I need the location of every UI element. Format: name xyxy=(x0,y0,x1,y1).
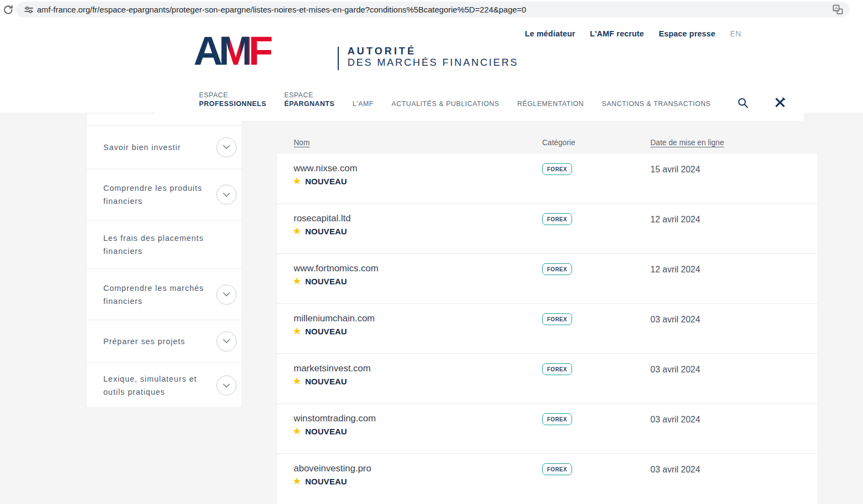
brand-line2: DES MARCHÉS FINANCIERS xyxy=(347,57,518,68)
svg-text:A: A xyxy=(835,5,838,11)
chevron-down-icon[interactable] xyxy=(216,137,237,157)
sidebar-top-sliver xyxy=(87,114,241,126)
sidebar-item[interactable]: Savoir bien investir xyxy=(87,126,241,169)
chevron-down-icon[interactable] xyxy=(216,284,237,304)
category-badge: FOREX xyxy=(542,413,572,425)
main-nav: ESPACE PROFESSIONNELS ESPACE ÉPARGNANTS … xyxy=(199,91,787,109)
sidebar-item[interactable]: Lexique, simulateurs et outils pratiques xyxy=(87,363,241,407)
top-link[interactable]: Le médiateur xyxy=(525,29,575,38)
row-date: 12 avril 2024 xyxy=(650,215,700,225)
sidebar-item[interactable]: Comprendre les marchés financiers xyxy=(87,269,241,320)
blacklist-table: www.nixse.com ★ NOUVEAU FOREX 15 avril 2… xyxy=(277,154,817,504)
star-icon: ★ xyxy=(293,226,301,236)
star-icon: ★ xyxy=(293,476,301,486)
chevron-down-icon[interactable] xyxy=(216,331,237,351)
row-site-name: www.fortnomics.com xyxy=(294,263,378,274)
table-row: marketsinvest.com ★ NOUVEAU FOREX 03 avr… xyxy=(277,354,817,404)
nav-item-label: RÉGLEMENTATION xyxy=(517,100,584,108)
row-date: 03 avril 2024 xyxy=(650,465,700,475)
sidebar-item[interactable]: Préparer ses projets xyxy=(87,320,241,363)
browser-bar: amf-france.org/fr/espace-epargnants/prot… xyxy=(0,0,863,19)
top-link[interactable]: L'AMF recrute xyxy=(590,29,644,38)
nav-item-eyebrow: ESPACE xyxy=(284,91,335,99)
new-label: NOUVEAU xyxy=(305,277,347,286)
amf-logo-letters: AMMMF xyxy=(194,31,269,71)
tools-icon[interactable] xyxy=(774,96,787,109)
search-icon[interactable] xyxy=(736,96,749,109)
nav-item-sanctions-transactions[interactable]: SANCTIONS & TRANSACTIONS xyxy=(602,100,711,109)
chevron-down-icon[interactable] xyxy=(216,185,237,205)
category-badge: FOREX xyxy=(542,313,572,325)
top-links: Le médiateur L'AMF recrute Espace presse… xyxy=(525,29,741,38)
table-row: aboveinvesting.pro ★ NOUVEAU FOREX 03 av… xyxy=(277,454,817,504)
new-label: NOUVEAU xyxy=(305,377,347,386)
nav-item-eyebrow: ESPACE xyxy=(199,91,266,99)
new-label: NOUVEAU xyxy=(305,227,347,236)
reload-icon[interactable] xyxy=(2,4,14,16)
nav-item-actualit-s-publications[interactable]: ACTUALITÉS & PUBLICATIONS xyxy=(392,100,499,109)
nav-item-l-amf[interactable]: L'AMF xyxy=(352,100,374,109)
sidebar-item-label: Lexique, simulateurs et outils pratiques xyxy=(103,372,208,399)
content-area: Savoir bien investir Comprendre les prod… xyxy=(0,113,863,504)
sidebar-item[interactable]: Les frais des placements financiers xyxy=(87,221,241,269)
new-label: NOUVEAU xyxy=(305,427,347,436)
category-badge: FOREX xyxy=(542,463,572,475)
row-new-flag: ★ NOUVEAU xyxy=(293,276,347,286)
nav-item-label: SANCTIONS & TRANSACTIONS xyxy=(602,100,711,108)
category-badge: FOREX xyxy=(542,363,572,375)
nav-item-professionnels[interactable]: ESPACE PROFESSIONNELS xyxy=(199,91,266,109)
table-row: rosecapital.ltd ★ NOUVEAU FOREX 12 avril… xyxy=(277,204,817,254)
sidebar-list: Savoir bien investir Comprendre les prod… xyxy=(87,126,241,407)
row-date: 03 avril 2024 xyxy=(650,365,700,375)
top-link[interactable]: Espace presse xyxy=(659,29,715,38)
chevron-down-icon[interactable] xyxy=(216,376,237,396)
column-header-date[interactable]: Date de mise en ligne xyxy=(650,138,724,147)
row-new-flag: ★ NOUVEAU xyxy=(293,226,347,236)
row-new-flag: ★ NOUVEAU xyxy=(293,176,347,186)
site-settings-icon[interactable] xyxy=(24,5,34,15)
column-header-nom[interactable]: Nom xyxy=(294,138,310,147)
category-badge: FOREX xyxy=(542,213,572,225)
new-label: NOUVEAU xyxy=(305,327,347,336)
sidebar-item-label: Comprendre les marchés financiers xyxy=(103,282,208,308)
logo-divider xyxy=(338,47,339,70)
star-icon: ★ xyxy=(293,376,301,386)
address-bar[interactable]: amf-france.org/fr/espace-epargnants/prot… xyxy=(16,2,849,17)
table-row: www.fortnomics.com ★ NOUVEAU FOREX 12 av… xyxy=(277,254,817,304)
row-site-name: milleniumchain.com xyxy=(294,313,375,324)
table-row: winstomtrading.com ★ NOUVEAU FOREX 03 av… xyxy=(277,404,817,454)
nav-item-label: ÉPARGNANTS xyxy=(284,100,335,108)
column-header-categorie: Catégorie xyxy=(542,138,575,147)
amf-logo[interactable]: AMMMF xyxy=(194,31,269,71)
sidebar-item-label: Comprendre les produits financiers xyxy=(103,182,208,208)
language-toggle[interactable]: EN xyxy=(730,29,741,38)
sidebar-item-label: Préparer ses projets xyxy=(103,335,185,348)
page: amf-france.org/fr/espace-epargnants/prot… xyxy=(0,0,863,504)
row-date: 03 avril 2024 xyxy=(650,315,700,325)
star-icon: ★ xyxy=(293,426,301,436)
brand-line1: AUTORITÉ xyxy=(347,45,518,57)
site-header: Le médiateur L'AMF recrute Espace presse… xyxy=(0,19,863,113)
row-site-name: rosecapital.ltd xyxy=(294,213,351,224)
category-badge: FOREX xyxy=(542,163,572,175)
star-icon: ★ xyxy=(293,326,301,336)
translate-icon[interactable]: A xyxy=(833,4,843,15)
brand-text: AUTORITÉ DES MARCHÉS FINANCIERS xyxy=(347,45,518,68)
row-site-name: aboveinvesting.pro xyxy=(294,463,371,474)
row-new-flag: ★ NOUVEAU xyxy=(293,326,347,336)
sidebar-item[interactable]: Comprendre les produits financiers xyxy=(87,169,241,221)
nav-item--pargnants[interactable]: ESPACE ÉPARGNANTS xyxy=(284,91,335,109)
row-new-flag: ★ NOUVEAU xyxy=(293,476,347,486)
sidebar-item-label: Savoir bien investir xyxy=(103,141,181,154)
star-icon: ★ xyxy=(293,176,301,186)
url-text[interactable]: amf-france.org/fr/espace-epargnants/prot… xyxy=(37,2,526,17)
sidebar-item-label: Les frais des placements financiers xyxy=(103,232,208,258)
row-new-flag: ★ NOUVEAU xyxy=(293,376,347,386)
nav-item-label: L'AMF xyxy=(352,100,374,108)
new-label: NOUVEAU xyxy=(305,177,347,186)
nav-item-label: PROFESSIONNELS xyxy=(199,100,266,108)
row-site-name: marketsinvest.com xyxy=(294,363,371,374)
row-date: 15 avril 2024 xyxy=(650,165,700,175)
table-row: milleniumchain.com ★ NOUVEAU FOREX 03 av… xyxy=(277,304,817,354)
nav-item-r-glementation[interactable]: RÉGLEMENTATION xyxy=(517,100,584,109)
